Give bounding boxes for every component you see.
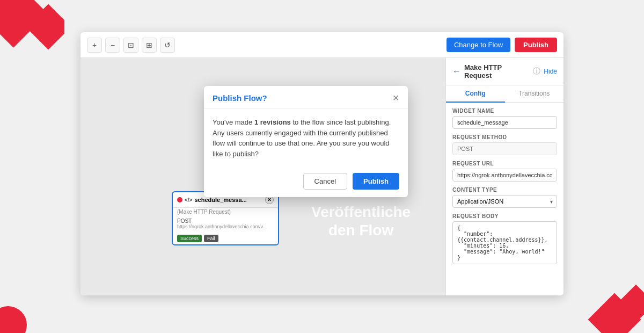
annotation-line1: Veröffentliche xyxy=(311,203,411,221)
panel-back-button[interactable]: ← xyxy=(452,67,461,76)
annotation-text: Veröffentliche den Flow xyxy=(311,203,411,239)
modal-close-button[interactable]: ✕ xyxy=(392,94,399,103)
publish-modal-button[interactable]: Publish xyxy=(353,173,399,190)
hide-panel-button[interactable]: Hide xyxy=(544,68,557,75)
panel-header: ← Make HTTP Request ⓘ Hide xyxy=(446,58,564,85)
schedule-node[interactable]: </> schedule_messa... ✕ (Make HTTP Reque… xyxy=(172,191,279,245)
schedule-method: POST xyxy=(177,218,274,224)
request-body-label: REQUEST BODY xyxy=(452,213,557,219)
widget-name-label: WIDGET NAME xyxy=(452,108,557,114)
modal-body-bold: 1 revisions xyxy=(254,118,291,126)
request-body-textarea[interactable]: { "number": {{contact.channel.address}},… xyxy=(452,221,557,264)
content-type-select[interactable]: Application/JSON xyxy=(452,195,557,208)
cancel-button[interactable]: Cancel xyxy=(303,173,347,190)
schedule-node-subtitle: (Make HTTP Request) xyxy=(173,208,278,216)
fit-btn[interactable]: ⊡ xyxy=(123,38,138,53)
deco-bottom-left xyxy=(0,290,43,333)
modal-footer: Cancel Publish xyxy=(204,168,408,197)
panel-body: WIDGET NAME REQUEST METHOD POST REQUEST … xyxy=(446,103,564,295)
deco-bottom-right xyxy=(580,279,644,333)
modal-header: Publish Flow? ✕ xyxy=(204,86,408,108)
toolbar-icons: + − ⊡ ⊞ ↺ xyxy=(87,38,442,53)
tab-config[interactable]: Config xyxy=(446,85,505,103)
zoom-out-btn[interactable]: − xyxy=(105,38,120,53)
modal-title: Publish Flow? xyxy=(213,93,267,103)
grid-btn[interactable]: ⊞ xyxy=(142,38,157,53)
modal-body: You've made 1 revisions to the flow sinc… xyxy=(204,108,408,168)
content-type-select-wrapper: Application/JSON xyxy=(452,195,557,208)
annotation-line2: den Flow xyxy=(311,221,411,240)
publish-modal: Publish Flow? ✕ You've made 1 revisions … xyxy=(204,86,408,197)
toolbar: + − ⊡ ⊞ ↺ Change to Flow Publish xyxy=(80,32,564,58)
undo-btn[interactable]: ↺ xyxy=(160,38,175,53)
panel-tabs: Config Transitions xyxy=(446,85,564,103)
change-flow-button[interactable]: Change to Flow xyxy=(447,38,510,52)
deco-top-left xyxy=(0,0,64,54)
panel-title: Make HTTP Request xyxy=(464,63,530,79)
zoom-in-btn[interactable]: + xyxy=(87,38,102,53)
schedule-node-body: POST https://ngrok.anthonydellavecchia.c… xyxy=(173,216,278,233)
content-type-label: CONTENT TYPE xyxy=(452,187,557,193)
schedule-node-title: schedule_messa... xyxy=(194,197,263,203)
code-icon: </> xyxy=(185,197,192,203)
request-url-label: REQUEST URL xyxy=(452,161,557,166)
tab-transitions[interactable]: Transitions xyxy=(505,85,564,102)
widget-name-input[interactable] xyxy=(452,116,557,129)
schedule-dot xyxy=(177,197,182,202)
publish-top-button[interactable]: Publish xyxy=(515,38,557,52)
node-badges: Success Fail xyxy=(173,233,278,244)
request-method-static: POST xyxy=(452,142,557,155)
badge-fail: Fail xyxy=(204,235,218,242)
schedule-url: https://ngrok.anthonydellavecchia.com/v.… xyxy=(177,224,274,229)
info-icon[interactable]: ⓘ xyxy=(533,67,540,76)
request-url-input[interactable] xyxy=(452,169,557,182)
modal-body-pre: You've made xyxy=(213,118,254,126)
right-panel: ← Make HTTP Request ⓘ Hide Config Transi… xyxy=(445,58,564,295)
badge-success: Success xyxy=(177,235,202,242)
app-window: + − ⊡ ⊞ ↺ Change to Flow Publish Incomin… xyxy=(80,32,564,295)
request-method-label: REQUEST METHOD xyxy=(452,134,557,140)
